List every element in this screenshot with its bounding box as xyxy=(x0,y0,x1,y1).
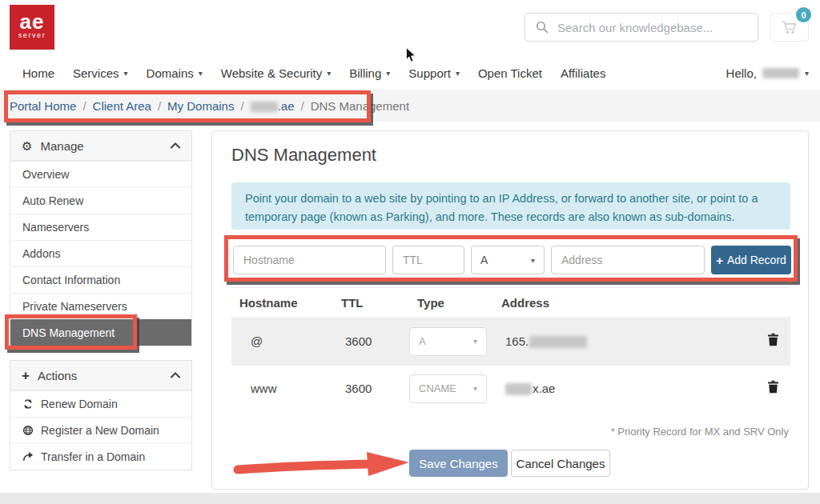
sidebar-item-auto-renew[interactable]: Auto Renew xyxy=(10,187,191,214)
dns-record-row: @ 3600 A ▾ 165. xyxy=(231,317,790,366)
record-hostname: www xyxy=(231,382,333,395)
ttl-input[interactable] xyxy=(392,246,464,274)
redacted-ip-address xyxy=(529,336,587,348)
sidebar-item-transfer-domain[interactable]: Transfer in a Domain xyxy=(10,443,191,470)
aeserver-logo[interactable]: ae server xyxy=(10,5,54,50)
record-ttl: 3600 xyxy=(333,334,409,348)
add-record-button[interactable]: + Add Record xyxy=(711,246,791,274)
delete-record-button[interactable] xyxy=(767,380,790,397)
address-input[interactable] xyxy=(551,246,705,274)
actions-panel-header[interactable]: + Actions xyxy=(10,361,191,390)
nav-website-security[interactable]: Website & Security▾ xyxy=(221,66,331,80)
col-address: Address xyxy=(493,296,722,310)
col-hostname: Hostname xyxy=(231,296,333,310)
search-icon xyxy=(536,21,549,34)
manage-panel: ⚙ Manage Overview Auto Renew Nameservers… xyxy=(10,130,192,346)
knowledgebase-search[interactable] xyxy=(525,13,758,42)
nav-open-ticket[interactable]: Open Ticket xyxy=(478,66,542,80)
nav-affiliates[interactable]: Affiliates xyxy=(561,66,605,80)
nav-billing[interactable]: Billing▾ xyxy=(349,66,390,80)
record-type-select[interactable]: A ▾ xyxy=(471,246,545,274)
hostname-input[interactable] xyxy=(233,246,386,274)
transfer-icon xyxy=(22,451,34,462)
cart-button[interactable]: 0 xyxy=(770,13,809,42)
caret-down-icon: ▾ xyxy=(456,69,460,78)
record-address: x.ae xyxy=(493,382,722,396)
breadcrumb-domain[interactable]: .ae xyxy=(251,99,295,113)
col-ttl: TTL xyxy=(333,296,409,310)
nav-home[interactable]: Home xyxy=(22,66,54,80)
trash-icon xyxy=(767,380,779,397)
globe-icon xyxy=(22,425,34,436)
chevron-up-icon xyxy=(171,372,180,378)
sidebar-item-contact-information[interactable]: Contact Information xyxy=(10,266,191,293)
search-input[interactable] xyxy=(557,21,747,34)
sidebar: ⚙ Manage Overview Auto Renew Nameservers… xyxy=(10,130,192,470)
redacted-username xyxy=(762,68,799,78)
cart-icon xyxy=(781,20,798,35)
col-type: Type xyxy=(409,296,493,310)
caret-down-icon: ▾ xyxy=(531,256,535,265)
sidebar-item-addons[interactable]: Addons xyxy=(10,240,191,266)
record-address: 165. xyxy=(493,334,722,349)
trash-icon xyxy=(767,333,779,350)
greeting-label: Hello, xyxy=(726,66,757,80)
caret-down-icon: ▾ xyxy=(327,69,331,78)
plus-icon: + xyxy=(716,254,723,267)
cart-count-badge: 0 xyxy=(796,7,811,22)
caret-down-icon: ▾ xyxy=(386,69,390,78)
dns-management-card: DNS Management Point your domain to a we… xyxy=(211,130,809,490)
breadcrumb-current: DNS Management xyxy=(311,99,409,113)
sidebar-item-dns-management[interactable]: DNS Management xyxy=(10,319,191,346)
record-type-select-disabled: A ▾ xyxy=(409,327,487,356)
dns-record-row: www 3600 CNAME ▾ x.ae xyxy=(231,366,790,411)
nav-support[interactable]: Support▾ xyxy=(408,66,460,80)
sidebar-item-nameservers[interactable]: Nameservers xyxy=(10,214,191,240)
gear-icon: ⚙ xyxy=(22,140,32,152)
sidebar-item-register-new-domain[interactable]: Register a New Domain xyxy=(10,417,191,443)
actions-title: Actions xyxy=(38,369,77,382)
record-type-value: A xyxy=(480,254,488,266)
manage-panel-header[interactable]: ⚙ Manage xyxy=(10,131,191,161)
refresh-icon xyxy=(22,398,34,410)
caret-down-icon: ▾ xyxy=(473,337,477,346)
record-hostname: @ xyxy=(231,334,333,348)
sidebar-item-renew-domain[interactable]: Renew Domain xyxy=(10,390,191,417)
redacted-domain-name xyxy=(251,102,278,112)
plus-icon: + xyxy=(22,369,30,382)
cancel-changes-button[interactable]: Cancel Changes xyxy=(511,450,610,477)
priority-footnote: * Priority Record for MX and SRV Only xyxy=(611,426,789,438)
table-header-row: Hostname TTL Type Address xyxy=(231,287,790,317)
nav-domains[interactable]: Domains▾ xyxy=(147,66,203,80)
logo-text-ae: ae xyxy=(10,12,54,31)
info-alert: Point your domain to a web site by point… xyxy=(231,182,790,230)
page-title: DNS Management xyxy=(231,145,376,166)
user-menu[interactable]: Hello, ▾ xyxy=(726,56,809,90)
nav-services[interactable]: Services▾ xyxy=(73,66,128,80)
dns-management-page: ae server 0 Home Services▾ Domains▾ Webs… xyxy=(0,0,820,504)
breadcrumb-my-domains[interactable]: My Domains xyxy=(167,99,234,113)
breadcrumb: Portal Home / Client Area / My Domains /… xyxy=(0,90,820,122)
caret-down-icon: ▾ xyxy=(124,69,128,78)
logo-text-server: server xyxy=(10,31,54,39)
caret-down-icon: ▾ xyxy=(473,384,477,393)
breadcrumb-client-area[interactable]: Client Area xyxy=(93,99,151,113)
caret-down-icon: ▾ xyxy=(805,69,809,78)
redacted-address-prefix xyxy=(505,383,532,395)
actions-panel: + Actions Renew Domain Register a New Do… xyxy=(10,360,192,470)
record-type-select-disabled: CNAME ▾ xyxy=(409,374,487,403)
breadcrumb-portal-home[interactable]: Portal Home xyxy=(10,99,76,113)
mouse-cursor-icon xyxy=(405,47,416,66)
chevron-up-icon xyxy=(171,142,180,149)
record-ttl: 3600 xyxy=(333,382,409,395)
sidebar-item-overview[interactable]: Overview xyxy=(10,161,191,187)
save-changes-button[interactable]: Save Changes xyxy=(409,450,508,477)
manage-title: Manage xyxy=(40,139,83,153)
delete-record-button[interactable] xyxy=(767,333,790,350)
caret-down-icon: ▾ xyxy=(199,69,203,78)
sidebar-item-private-nameservers[interactable]: Private Nameservers xyxy=(10,293,191,319)
footer-strip xyxy=(0,493,820,504)
